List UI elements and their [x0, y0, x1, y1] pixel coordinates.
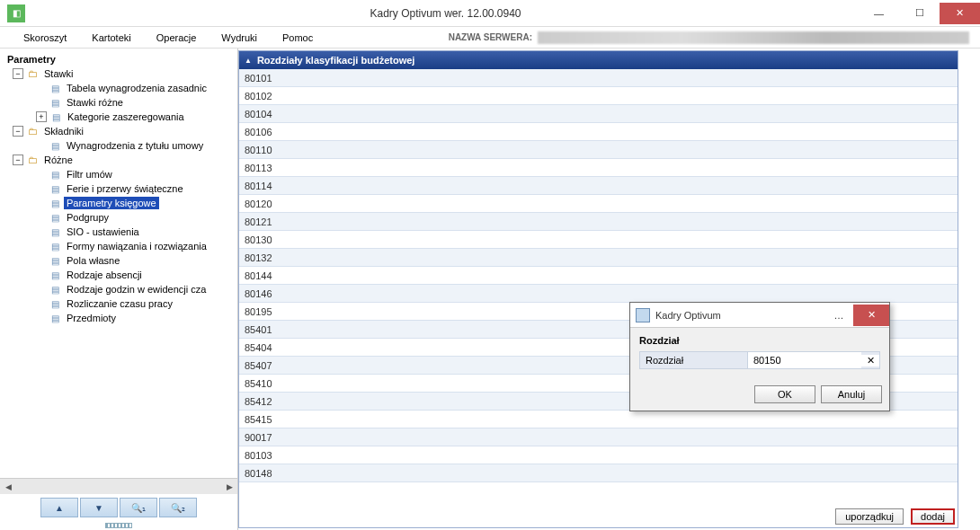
- grid-row[interactable]: 80120: [239, 195, 958, 213]
- grid-row[interactable]: 80110: [239, 141, 958, 159]
- menu-kartoteki[interactable]: Kartoteki: [79, 32, 143, 43]
- document-icon: ▤: [49, 225, 61, 238]
- sidebar-toolbar: ▲ ▼ 🔍₁ 🔍₂: [0, 494, 237, 521]
- grid-row[interactable]: 80146: [239, 285, 958, 303]
- dialog-field-input[interactable]: 80150: [748, 352, 861, 368]
- tree-label: Pola własne: [64, 254, 122, 267]
- grid-row[interactable]: 80113: [239, 159, 958, 177]
- tree-item[interactable]: ▤Ferie i przerwy świąteczne: [2, 181, 236, 196]
- grid-row[interactable]: 80121: [239, 213, 958, 231]
- tree-item[interactable]: ▤Rozliczanie czasu pracy: [2, 296, 236, 311]
- dialog-body: Rozdział Rozdział 80150 ✕: [630, 328, 889, 375]
- tree-item[interactable]: ▤Tabela wynagrodzenia zasadnic: [2, 81, 236, 95]
- grid-row[interactable]: 80104: [239, 105, 958, 123]
- tree-label: Formy nawiązania i rozwiązania: [64, 240, 209, 252]
- tree-label: Różne: [41, 154, 76, 166]
- maximize-button[interactable]: ☐: [899, 3, 940, 24]
- grid: ▲ Rozdziały klasyfikacji budżetowej 8010…: [238, 50, 958, 528]
- scroll-left-icon[interactable]: ◀: [0, 480, 16, 494]
- clear-field-button[interactable]: ✕: [861, 355, 879, 367]
- dialog-field-row: Rozdział 80150 ✕: [639, 351, 880, 369]
- grid-row[interactable]: 80148: [239, 464, 958, 482]
- tree-item[interactable]: ▤Rodzaje absencji: [2, 268, 236, 282]
- grid-row[interactable]: 90017: [239, 428, 958, 446]
- sort-button[interactable]: uporządkuj: [835, 508, 904, 525]
- dialog: Kadry Optivum … ✕ Rozdział Rozdział 8015…: [629, 302, 890, 411]
- tree-group-skladniki[interactable]: − 🗀 Składniki: [2, 124, 236, 138]
- menu-operacje[interactable]: Operacje: [144, 32, 209, 43]
- cancel-button[interactable]: Anuluj: [821, 385, 882, 403]
- menu-wydruki[interactable]: Wydruki: [209, 32, 270, 43]
- document-icon: ▤: [49, 110, 62, 123]
- sidebar-resize-handle[interactable]: [0, 521, 237, 530]
- document-icon: ▤: [49, 240, 61, 252]
- tree-label: Stawki różne: [64, 96, 126, 109]
- grid-row[interactable]: 80144: [239, 267, 958, 285]
- tree-label: Stawki: [41, 67, 76, 80]
- minimize-button[interactable]: —: [859, 3, 899, 24]
- tree-item[interactable]: ▤Rodzaje godzin w ewidencji cza: [2, 282, 236, 296]
- dialog-close-button[interactable]: ✕: [853, 305, 889, 326]
- grid-row[interactable]: 80101: [239, 69, 958, 87]
- tree-item[interactable]: +▤Kategorie zaszeregowania: [2, 110, 236, 124]
- document-icon: ▤: [49, 211, 61, 224]
- document-icon: ▤: [49, 197, 61, 209]
- document-icon: ▤: [49, 82, 61, 94]
- menu-pomoc[interactable]: Pomoc: [270, 32, 325, 43]
- dialog-field-label: Rozdział: [640, 352, 748, 368]
- grid-row[interactable]: 80130: [239, 231, 958, 249]
- tree-group-rozne[interactable]: − 🗀 Różne: [2, 153, 236, 167]
- document-icon: ▤: [49, 139, 61, 152]
- sidebar-hscroll[interactable]: ◀ ▶: [0, 478, 237, 494]
- window-buttons: — ☐ ✕: [859, 3, 980, 24]
- search-button-2[interactable]: 🔍₂: [159, 498, 197, 517]
- ok-button[interactable]: OK: [754, 385, 815, 403]
- tree-item[interactable]: ▤Przedmioty: [2, 311, 236, 325]
- sidebar: Parametry − 🗀 Stawki ▤Tabela wynagrodzen…: [0, 49, 238, 530]
- tree-item[interactable]: ▤Filtr umów: [2, 167, 236, 181]
- tree-item-selected[interactable]: ▤Parametry księgowe: [2, 196, 236, 210]
- folder-icon: 🗀: [26, 125, 39, 137]
- tree-item[interactable]: ▤Wynagrodzenia z tytułu umowy: [2, 138, 236, 153]
- tree-item[interactable]: ▤SIO - ustawienia: [2, 225, 236, 239]
- grid-row[interactable]: 80114: [239, 177, 958, 195]
- menubar: Skoroszyt Kartoteki Operacje Wydruki Pom…: [0, 27, 980, 49]
- tree-label: Przedmioty: [64, 312, 119, 324]
- document-icon: ▤: [49, 283, 61, 296]
- nav-down-button[interactable]: ▼: [80, 498, 118, 517]
- tree-label: SIO - ustawienia: [64, 225, 142, 238]
- tree-label: Ferie i przerwy świąteczne: [64, 182, 186, 195]
- dialog-titlebar: Kadry Optivum … ✕: [630, 303, 889, 328]
- tree-item[interactable]: ▤Stawki różne: [2, 95, 236, 110]
- document-icon: ▤: [49, 254, 61, 267]
- document-icon: ▤: [49, 182, 61, 195]
- tree-label: Tabela wynagrodzenia zasadnic: [64, 82, 209, 94]
- grid-row[interactable]: 80103: [239, 446, 958, 464]
- dialog-buttons: OK Anuluj: [630, 375, 889, 411]
- grid-row[interactable]: 80102: [239, 87, 958, 105]
- tree-group-stawki[interactable]: − 🗀 Stawki: [2, 66, 236, 81]
- dialog-more-button[interactable]: …: [826, 310, 851, 321]
- tree-item[interactable]: ▤Pola własne: [2, 253, 236, 268]
- search-button-1[interactable]: 🔍₁: [120, 498, 157, 517]
- grid-header[interactable]: ▲ Rozdziały klasyfikacji budżetowej: [239, 51, 958, 69]
- tree-label: Rodzaje absencji: [64, 269, 145, 281]
- document-icon: ▤: [49, 96, 61, 109]
- grid-row[interactable]: 80132: [239, 249, 958, 267]
- server-name-redacted: [538, 31, 969, 44]
- collapse-icon[interactable]: −: [13, 68, 23, 79]
- add-button[interactable]: dodaj: [911, 508, 955, 525]
- nav-up-button[interactable]: ▲: [40, 498, 78, 517]
- close-button[interactable]: ✕: [940, 3, 980, 24]
- grid-row[interactable]: 85415: [239, 411, 958, 428]
- collapse-icon[interactable]: −: [13, 155, 23, 165]
- menu-skoroszyt[interactable]: Skoroszyt: [11, 32, 79, 43]
- tree-item[interactable]: ▤Podgrupy: [2, 210, 236, 225]
- grid-row[interactable]: 80106: [239, 123, 958, 141]
- grip-icon: [105, 523, 132, 528]
- scroll-right-icon[interactable]: ▶: [221, 480, 237, 494]
- tree-item[interactable]: ▤Formy nawiązania i rozwiązania: [2, 239, 236, 253]
- expand-icon[interactable]: +: [36, 111, 47, 122]
- tree-label: Wynagrodzenia z tytułu umowy: [64, 139, 206, 152]
- collapse-icon[interactable]: −: [13, 126, 23, 137]
